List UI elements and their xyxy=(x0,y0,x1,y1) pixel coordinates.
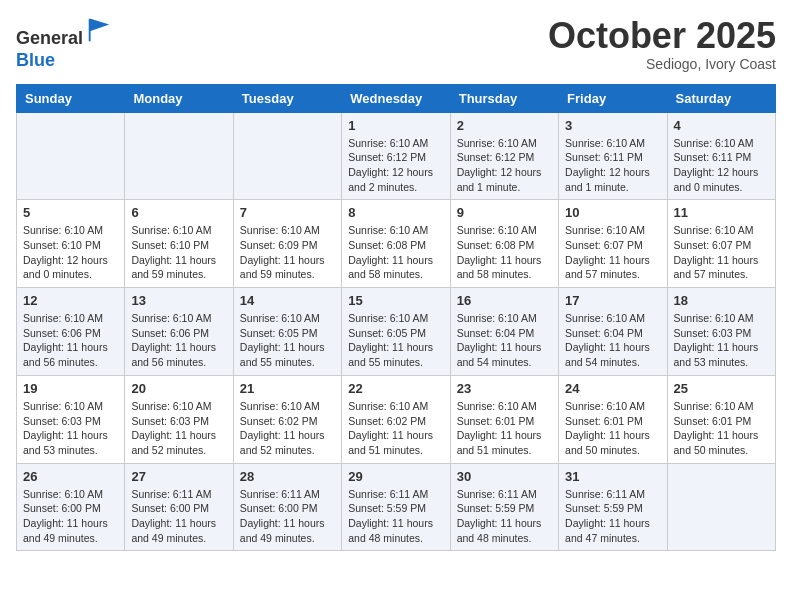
day-info: Sunrise: 6:11 AMSunset: 5:59 PMDaylight:… xyxy=(457,487,552,546)
day-info: Sunrise: 6:10 AMSunset: 6:10 PMDaylight:… xyxy=(131,223,226,282)
title-block: October 2025 Sediogo, Ivory Coast xyxy=(548,16,776,72)
day-number: 15 xyxy=(348,293,443,308)
calendar-cell: 31Sunrise: 6:11 AMSunset: 5:59 PMDayligh… xyxy=(559,463,667,551)
day-info: Sunrise: 6:10 AMSunset: 6:04 PMDaylight:… xyxy=(457,311,552,370)
calendar-cell: 11Sunrise: 6:10 AMSunset: 6:07 PMDayligh… xyxy=(667,200,775,288)
calendar-cell: 21Sunrise: 6:10 AMSunset: 6:02 PMDayligh… xyxy=(233,375,341,463)
calendar-cell: 17Sunrise: 6:10 AMSunset: 6:04 PMDayligh… xyxy=(559,288,667,376)
day-number: 18 xyxy=(674,293,769,308)
day-info: Sunrise: 6:10 AMSunset: 6:05 PMDaylight:… xyxy=(348,311,443,370)
day-number: 6 xyxy=(131,205,226,220)
calendar-week-row: 26Sunrise: 6:10 AMSunset: 6:00 PMDayligh… xyxy=(17,463,776,551)
day-info: Sunrise: 6:10 AMSunset: 6:01 PMDaylight:… xyxy=(565,399,660,458)
day-number: 5 xyxy=(23,205,118,220)
logo-blue: Blue xyxy=(16,50,55,70)
calendar-table: SundayMondayTuesdayWednesdayThursdayFrid… xyxy=(16,84,776,552)
day-info: Sunrise: 6:10 AMSunset: 6:11 PMDaylight:… xyxy=(565,136,660,195)
day-number: 1 xyxy=(348,118,443,133)
calendar-week-row: 5Sunrise: 6:10 AMSunset: 6:10 PMDaylight… xyxy=(17,200,776,288)
month-title: October 2025 xyxy=(548,16,776,56)
logo-general: General xyxy=(16,28,83,48)
calendar-cell: 25Sunrise: 6:10 AMSunset: 6:01 PMDayligh… xyxy=(667,375,775,463)
day-number: 13 xyxy=(131,293,226,308)
calendar-cell: 30Sunrise: 6:11 AMSunset: 5:59 PMDayligh… xyxy=(450,463,558,551)
day-number: 26 xyxy=(23,469,118,484)
day-info: Sunrise: 6:10 AMSunset: 6:01 PMDaylight:… xyxy=(457,399,552,458)
day-info: Sunrise: 6:10 AMSunset: 6:06 PMDaylight:… xyxy=(23,311,118,370)
day-info: Sunrise: 6:10 AMSunset: 6:04 PMDaylight:… xyxy=(565,311,660,370)
day-number: 22 xyxy=(348,381,443,396)
day-info: Sunrise: 6:10 AMSunset: 6:03 PMDaylight:… xyxy=(674,311,769,370)
calendar-cell: 23Sunrise: 6:10 AMSunset: 6:01 PMDayligh… xyxy=(450,375,558,463)
day-number: 10 xyxy=(565,205,660,220)
day-info: Sunrise: 6:10 AMSunset: 6:02 PMDaylight:… xyxy=(240,399,335,458)
day-number: 7 xyxy=(240,205,335,220)
calendar-cell: 16Sunrise: 6:10 AMSunset: 6:04 PMDayligh… xyxy=(450,288,558,376)
day-info: Sunrise: 6:10 AMSunset: 6:11 PMDaylight:… xyxy=(674,136,769,195)
col-header-monday: Monday xyxy=(125,84,233,112)
day-number: 27 xyxy=(131,469,226,484)
logo-flag-icon xyxy=(85,16,113,44)
day-info: Sunrise: 6:11 AMSunset: 6:00 PMDaylight:… xyxy=(240,487,335,546)
calendar-cell: 26Sunrise: 6:10 AMSunset: 6:00 PMDayligh… xyxy=(17,463,125,551)
col-header-saturday: Saturday xyxy=(667,84,775,112)
calendar-cell: 27Sunrise: 6:11 AMSunset: 6:00 PMDayligh… xyxy=(125,463,233,551)
day-info: Sunrise: 6:10 AMSunset: 6:08 PMDaylight:… xyxy=(457,223,552,282)
calendar-cell: 1Sunrise: 6:10 AMSunset: 6:12 PMDaylight… xyxy=(342,112,450,200)
calendar-cell: 13Sunrise: 6:10 AMSunset: 6:06 PMDayligh… xyxy=(125,288,233,376)
location: Sediogo, Ivory Coast xyxy=(548,56,776,72)
day-number: 24 xyxy=(565,381,660,396)
calendar-cell: 6Sunrise: 6:10 AMSunset: 6:10 PMDaylight… xyxy=(125,200,233,288)
day-number: 3 xyxy=(565,118,660,133)
day-info: Sunrise: 6:10 AMSunset: 6:03 PMDaylight:… xyxy=(23,399,118,458)
calendar-cell: 24Sunrise: 6:10 AMSunset: 6:01 PMDayligh… xyxy=(559,375,667,463)
day-info: Sunrise: 6:10 AMSunset: 6:10 PMDaylight:… xyxy=(23,223,118,282)
day-number: 21 xyxy=(240,381,335,396)
day-number: 17 xyxy=(565,293,660,308)
calendar-cell: 20Sunrise: 6:10 AMSunset: 6:03 PMDayligh… xyxy=(125,375,233,463)
calendar-cell: 5Sunrise: 6:10 AMSunset: 6:10 PMDaylight… xyxy=(17,200,125,288)
calendar-cell: 2Sunrise: 6:10 AMSunset: 6:12 PMDaylight… xyxy=(450,112,558,200)
day-number: 8 xyxy=(348,205,443,220)
day-info: Sunrise: 6:10 AMSunset: 6:06 PMDaylight:… xyxy=(131,311,226,370)
col-header-thursday: Thursday xyxy=(450,84,558,112)
day-info: Sunrise: 6:11 AMSunset: 6:00 PMDaylight:… xyxy=(131,487,226,546)
col-header-tuesday: Tuesday xyxy=(233,84,341,112)
day-number: 28 xyxy=(240,469,335,484)
day-info: Sunrise: 6:10 AMSunset: 6:03 PMDaylight:… xyxy=(131,399,226,458)
day-info: Sunrise: 6:10 AMSunset: 6:07 PMDaylight:… xyxy=(674,223,769,282)
day-number: 12 xyxy=(23,293,118,308)
calendar-cell xyxy=(17,112,125,200)
day-number: 14 xyxy=(240,293,335,308)
day-number: 4 xyxy=(674,118,769,133)
calendar-cell xyxy=(667,463,775,551)
logo: General Blue xyxy=(16,16,113,71)
day-info: Sunrise: 6:10 AMSunset: 6:00 PMDaylight:… xyxy=(23,487,118,546)
day-number: 25 xyxy=(674,381,769,396)
calendar-week-row: 19Sunrise: 6:10 AMSunset: 6:03 PMDayligh… xyxy=(17,375,776,463)
day-info: Sunrise: 6:11 AMSunset: 5:59 PMDaylight:… xyxy=(348,487,443,546)
calendar-cell: 4Sunrise: 6:10 AMSunset: 6:11 PMDaylight… xyxy=(667,112,775,200)
day-number: 31 xyxy=(565,469,660,484)
day-info: Sunrise: 6:10 AMSunset: 6:05 PMDaylight:… xyxy=(240,311,335,370)
calendar-cell: 12Sunrise: 6:10 AMSunset: 6:06 PMDayligh… xyxy=(17,288,125,376)
svg-marker-0 xyxy=(89,19,110,41)
day-number: 16 xyxy=(457,293,552,308)
day-number: 9 xyxy=(457,205,552,220)
day-number: 29 xyxy=(348,469,443,484)
col-header-sunday: Sunday xyxy=(17,84,125,112)
calendar-cell: 9Sunrise: 6:10 AMSunset: 6:08 PMDaylight… xyxy=(450,200,558,288)
col-header-wednesday: Wednesday xyxy=(342,84,450,112)
calendar-cell: 8Sunrise: 6:10 AMSunset: 6:08 PMDaylight… xyxy=(342,200,450,288)
calendar-cell xyxy=(233,112,341,200)
day-info: Sunrise: 6:10 AMSunset: 6:02 PMDaylight:… xyxy=(348,399,443,458)
calendar-cell: 19Sunrise: 6:10 AMSunset: 6:03 PMDayligh… xyxy=(17,375,125,463)
calendar-cell: 14Sunrise: 6:10 AMSunset: 6:05 PMDayligh… xyxy=(233,288,341,376)
day-info: Sunrise: 6:10 AMSunset: 6:08 PMDaylight:… xyxy=(348,223,443,282)
calendar-cell: 22Sunrise: 6:10 AMSunset: 6:02 PMDayligh… xyxy=(342,375,450,463)
calendar-cell: 3Sunrise: 6:10 AMSunset: 6:11 PMDaylight… xyxy=(559,112,667,200)
day-info: Sunrise: 6:10 AMSunset: 6:09 PMDaylight:… xyxy=(240,223,335,282)
day-info: Sunrise: 6:10 AMSunset: 6:07 PMDaylight:… xyxy=(565,223,660,282)
calendar-cell xyxy=(125,112,233,200)
page-header: General Blue October 2025 Sediogo, Ivory… xyxy=(16,16,776,72)
